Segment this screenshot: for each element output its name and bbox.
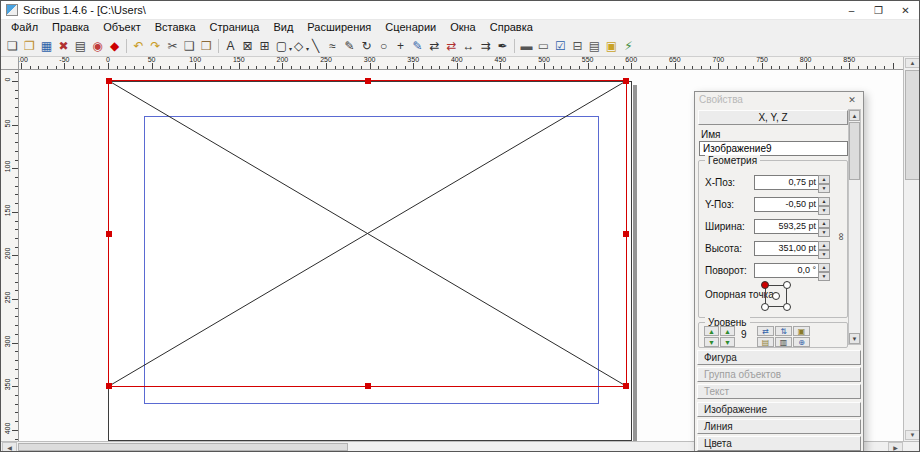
section-line[interactable]: Линия bbox=[697, 419, 861, 434]
insert-freehand-icon[interactable]: ✎ bbox=[341, 37, 358, 55]
menu-item-extras[interactable]: Расширения bbox=[300, 20, 378, 35]
pdf-bookmark-button[interactable]: ⊕ bbox=[793, 337, 810, 347]
section-colors[interactable]: Цвета bbox=[697, 436, 861, 451]
lower-to-bottom-button[interactable]: ▼ bbox=[704, 337, 719, 347]
lock-item-button[interactable]: ▣ bbox=[793, 326, 810, 336]
pdf-list-box-icon[interactable]: ▤ bbox=[586, 37, 603, 55]
basepoint-top-left[interactable] bbox=[761, 281, 769, 289]
y-pos-value[interactable]: -0,50 pt bbox=[754, 197, 818, 212]
selection-handle[interactable] bbox=[623, 78, 629, 84]
raise-button[interactable]: ▲ bbox=[720, 326, 735, 336]
height-spin-down-icon[interactable]: ▼ bbox=[818, 250, 830, 259]
height-value[interactable]: 351,00 pt bbox=[754, 241, 818, 256]
save-document-icon[interactable]: ▦ bbox=[38, 37, 55, 55]
rotation-value[interactable]: 0,0 ° bbox=[754, 263, 818, 278]
selection-handle[interactable] bbox=[623, 231, 629, 237]
copy-icon[interactable]: ❑ bbox=[181, 37, 198, 55]
restore-button[interactable]: ❐ bbox=[865, 1, 892, 19]
title-bar[interactable]: Scribus 1.4.6 - [C:\Users\ –❐✕ bbox=[1, 1, 919, 20]
new-document-icon[interactable]: ❏ bbox=[4, 37, 21, 55]
unlink-text-frames-icon[interactable]: ⇄ bbox=[443, 37, 460, 55]
close-document-icon[interactable]: ✖ bbox=[55, 37, 72, 55]
preflight-verifier-icon[interactable]: ◉ bbox=[89, 37, 106, 55]
width-spin-up-icon[interactable]: ▲ bbox=[818, 219, 830, 228]
selection-handle[interactable] bbox=[106, 78, 112, 84]
rotation-spin-down-icon[interactable]: ▼ bbox=[818, 272, 830, 281]
story-editor-icon[interactable]: ✎ bbox=[409, 37, 426, 55]
copy-item-properties-icon[interactable]: ⇉ bbox=[477, 37, 494, 55]
scroll-right-icon[interactable]: ▶ bbox=[888, 442, 903, 452]
pdf-text-field-icon[interactable]: ▭ bbox=[535, 37, 552, 55]
print-document-icon[interactable]: ▤ bbox=[72, 37, 89, 55]
insert-polygon-icon[interactable]: ◇▾ bbox=[290, 37, 307, 55]
paste-icon[interactable]: ❒ bbox=[198, 37, 215, 55]
enable-printing-button[interactable]: ▥ bbox=[775, 337, 792, 347]
menu-item-help[interactable]: Справка bbox=[483, 20, 540, 35]
scroll-up-icon[interactable]: ▲ bbox=[905, 58, 920, 68]
undo-icon[interactable]: ↶ bbox=[130, 37, 147, 55]
open-document-icon[interactable]: ❐ bbox=[21, 37, 38, 55]
x-pos-value[interactable]: 0,75 pt bbox=[754, 175, 818, 190]
basepoint-bottom-right[interactable] bbox=[783, 303, 791, 311]
palette-scroll-up-icon[interactable]: ▲ bbox=[849, 110, 860, 121]
vertical-scrollbar[interactable]: ▲ ▼ bbox=[903, 57, 920, 441]
palette-scroll-down-icon[interactable]: ▼ bbox=[849, 333, 860, 344]
close-button[interactable]: ✕ bbox=[892, 1, 919, 19]
basepoint-center[interactable] bbox=[772, 292, 780, 300]
measurements-icon[interactable]: ↔ bbox=[460, 37, 477, 55]
basepoint-selector[interactable] bbox=[761, 281, 791, 311]
selection-handle[interactable] bbox=[365, 383, 371, 389]
insert-table-icon[interactable]: ⊞ bbox=[256, 37, 273, 55]
minimize-button[interactable]: – bbox=[838, 1, 865, 19]
y-pos-spin-down-icon[interactable]: ▼ bbox=[818, 206, 830, 215]
insert-shape-icon[interactable]: ▢▾ bbox=[273, 37, 290, 55]
selection-handle[interactable] bbox=[106, 231, 112, 237]
width-spin-down-icon[interactable]: ▼ bbox=[818, 228, 830, 237]
rotation-spin-up-icon[interactable]: ▲ bbox=[818, 263, 830, 272]
height-spin-up-icon[interactable]: ▲ bbox=[818, 241, 830, 250]
menu-item-page[interactable]: Страница bbox=[203, 20, 267, 35]
palette-title-bar[interactable]: Свойства ✕ bbox=[695, 92, 863, 107]
selection-handle[interactable] bbox=[106, 383, 112, 389]
insert-bezier-icon[interactable]: ≈ bbox=[324, 37, 341, 55]
link-dimensions-icon[interactable]: ∞ bbox=[836, 233, 848, 241]
pdf-link-annotation-icon[interactable]: ⚡ bbox=[620, 37, 637, 55]
tab-xyz[interactable]: X, Y, Z bbox=[698, 110, 848, 125]
palette-scrollbar[interactable]: ▲ ▼ bbox=[848, 109, 861, 345]
menu-item-file[interactable]: Файл bbox=[4, 20, 45, 35]
scroll-down-icon[interactable]: ▼ bbox=[905, 430, 920, 440]
ruler-origin-button[interactable] bbox=[1, 57, 19, 70]
insert-text-frame-icon[interactable]: A bbox=[222, 37, 239, 55]
pdf-push-button-icon[interactable]: ▬ bbox=[518, 37, 535, 55]
export-pdf-icon[interactable]: ◆ bbox=[106, 37, 123, 55]
edit-contents-icon[interactable]: + bbox=[392, 37, 409, 55]
horizontal-ruler[interactable]: -100-50050100150200250300350400450500550… bbox=[19, 57, 903, 70]
zoom-tool-icon[interactable]: ○ bbox=[375, 37, 392, 55]
horizontal-scroll-thumb[interactable] bbox=[18, 443, 348, 451]
section-shape[interactable]: Фигура bbox=[697, 350, 861, 365]
flip-horizontal-button[interactable]: ⇄ bbox=[757, 326, 774, 336]
link-text-frames-icon[interactable]: ⇄ bbox=[426, 37, 443, 55]
pdf-combo-box-icon[interactable]: ⊟ bbox=[569, 37, 586, 55]
y-pos-spin-up-icon[interactable]: ▲ bbox=[818, 197, 830, 206]
flip-vertical-button[interactable]: ⇅ bbox=[775, 326, 792, 336]
x-pos-spin-down-icon[interactable]: ▼ bbox=[818, 184, 830, 193]
menu-item-scripts[interactable]: Сценарии bbox=[378, 20, 443, 35]
pdf-checkbox-icon[interactable]: ☑ bbox=[552, 37, 569, 55]
selection-handle[interactable] bbox=[623, 383, 629, 389]
menu-item-windows[interactable]: Окна bbox=[443, 20, 483, 35]
width-value[interactable]: 593,25 pt bbox=[754, 219, 818, 234]
x-pos-spin-up-icon[interactable]: ▲ bbox=[818, 175, 830, 184]
pdf-text-annotation-icon[interactable]: ▣ bbox=[603, 37, 620, 55]
eye-dropper-icon[interactable]: ✒ bbox=[494, 37, 511, 55]
insert-image-frame-icon[interactable]: ⊠ bbox=[239, 37, 256, 55]
redo-icon[interactable]: ↷ bbox=[147, 37, 164, 55]
frame-name-input[interactable] bbox=[699, 141, 848, 156]
menu-item-view[interactable]: Вид bbox=[266, 20, 300, 35]
cut-icon[interactable]: ✂ bbox=[164, 37, 181, 55]
insert-line-icon[interactable]: ╲ bbox=[307, 37, 324, 55]
vertical-scroll-thumb[interactable] bbox=[905, 70, 920, 180]
section-image[interactable]: Изображение bbox=[697, 402, 861, 417]
raise-to-top-button[interactable]: ▲ bbox=[704, 326, 719, 336]
image-frame[interactable] bbox=[108, 80, 627, 387]
